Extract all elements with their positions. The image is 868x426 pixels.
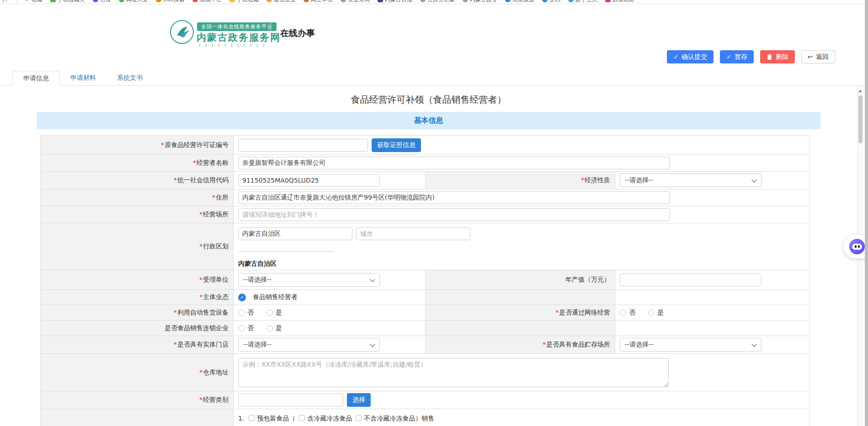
bookmark-item[interactable]: 文档 (542, 0, 560, 4)
row-accept-unit: 受理单位 --请选择-- 年产值（万元） (41, 270, 809, 290)
tab-system-documents[interactable]: 系统文书 (107, 71, 153, 86)
bookmark-favicon (192, 0, 198, 2)
bookmark-label: 数据制造 (612, 0, 634, 4)
bookmark-item[interactable]: 手机收藏 (229, 0, 259, 4)
economic-nature-select[interactable]: --请选择-- (620, 174, 761, 187)
scroll-up-arrow-icon[interactable] (858, 88, 862, 92)
tab-application-materials[interactable]: 申请材料 (60, 71, 107, 86)
bookmark-item[interactable]: ★收藏 (24, 0, 43, 4)
online-yes-radio[interactable] (648, 310, 655, 316)
bookmark-favicon (568, 0, 574, 2)
operator-name-input[interactable] (238, 157, 670, 169)
bookmark-item[interactable]: 游戏中心 (192, 0, 222, 4)
form-scrollbar-thumb[interactable] (858, 95, 863, 143)
confirm-submit-button[interactable]: ✓ 确认提交 (667, 50, 714, 63)
field-label-region: 行政区划 (199, 242, 229, 251)
header-divider (271, 22, 271, 42)
fetch-license-info-button[interactable]: 获取证照信息 (372, 138, 421, 152)
bookmark-favicon (463, 0, 468, 2)
bookmark-favicon (266, 0, 272, 2)
bookmark-favicon (156, 0, 161, 2)
online-no-radio[interactable] (620, 310, 626, 316)
bookmark-item[interactable]: 网上单位 (304, 0, 333, 4)
row-vending: 利用自动售货设备 否 是 是否通过网络经营 否 是 (41, 305, 809, 321)
region-city-input[interactable] (356, 227, 470, 240)
address-input[interactable] (238, 191, 670, 204)
bookmark-item[interactable]: 百度 (93, 0, 111, 4)
option-text: 预包装食品（ (257, 415, 295, 422)
bookmark-item[interactable]: 内蒙古政务 (463, 0, 497, 4)
bookmark-item[interactable]: 网址大全 (119, 0, 148, 4)
economic-nature-value: --请选择-- (625, 176, 653, 184)
accept-unit-select[interactable]: --请选择-- (238, 273, 380, 287)
bookmark-item[interactable]: 住房公积金 (420, 0, 455, 4)
region-province-input[interactable] (238, 227, 352, 240)
tab-application-info[interactable]: 申请信息 (12, 71, 60, 86)
confirm-submit-label: 确认提交 (682, 53, 707, 61)
row-license-no: 原食品经营许可证编号 获取证照信息 (41, 136, 809, 155)
bookmark-item[interactable]: 微信立业 (266, 0, 296, 4)
browser-scrollbar[interactable] (865, 0, 868, 426)
store-select-value: --请选择-- (243, 341, 272, 349)
row-business-type: 主体业态 ✓ 食品销售经营者 (41, 290, 809, 305)
region-divider (238, 251, 334, 252)
assistant-floating-button[interactable] (843, 235, 868, 258)
storage-select-value: --请选择-- (625, 341, 653, 349)
radio-yes-label: 是 (276, 309, 282, 317)
bookmark-label: 网上单位 (311, 0, 333, 4)
row-operator-name: 经营者名称 (41, 155, 809, 172)
region-selected-text: 内蒙古自治区 (238, 260, 277, 268)
field-label-storage: 是否具有食品贮存场所 (543, 341, 610, 349)
vending-yes-radio[interactable] (266, 310, 273, 316)
bookmark-item[interactable]: 手机收藏夹 (50, 0, 85, 4)
bookmark-item[interactable]: 360搜索 (156, 0, 185, 4)
vending-no-radio[interactable] (238, 310, 245, 316)
field-label-store: 是否具有实体门店 (174, 341, 229, 349)
site-header: 全国一体化在线政务服务平台 内蒙古政务服务网 在线办事 (0, 5, 865, 50)
field-label-operator-name: 经营者名称 (193, 159, 229, 167)
bookmark-item[interactable]: 数据制造 (605, 0, 634, 4)
bookmark-label: 手机收藏夹 (58, 0, 85, 4)
bookmark-item[interactable]: 新手上人 (568, 0, 597, 4)
category-input[interactable] (238, 394, 343, 406)
bookmark-favicon (119, 0, 124, 2)
category-select-button[interactable]: 选择 (347, 393, 371, 407)
bookmark-item[interactable]: 浏览设置 (505, 0, 534, 4)
row-address: 住所 (41, 189, 809, 206)
field-label-annual-value: 年产值（万元） (565, 276, 610, 284)
chain-no-radio[interactable] (238, 325, 245, 331)
bookmark-item[interactable]: 内蒙古日报 (378, 0, 412, 4)
check-circle-icon[interactable]: ✓ (238, 294, 246, 301)
chain-yes-radio[interactable] (266, 325, 273, 331)
field-label-warehouse: 仓库地址 (199, 368, 229, 377)
field-label-credit-code: 统一社会信用代码 (174, 176, 229, 184)
license-no-input[interactable] (238, 139, 368, 152)
annual-value-input[interactable] (620, 273, 761, 286)
line-number: 1. (238, 415, 244, 422)
back-button[interactable]: ↩ 返回 (801, 50, 835, 63)
row-region: 行政区划 内蒙古自治区 (41, 223, 809, 270)
warehouse-textarea[interactable] (238, 358, 669, 387)
bookmark-favicon (542, 0, 548, 2)
chevron-down-icon (751, 342, 756, 347)
field-label-chain: 是否食品销售连锁企业 (165, 324, 229, 332)
browser-fragment: 17 (2, 0, 8, 3)
store-select[interactable]: --请选择-- (238, 338, 380, 352)
bookmark-label: 浏览设置 (512, 0, 534, 4)
bookmark-favicon (505, 0, 511, 2)
with-cold-chain-checkbox[interactable] (299, 415, 305, 421)
form-title: 食品经营许可补领（食品销售经营者） (37, 94, 820, 106)
prepackaged-food-checkbox[interactable] (249, 415, 255, 421)
row-store: 是否具有实体门店 --请选择-- 是否具有食品贮存场所 --请选择-- (41, 336, 809, 354)
save-draft-button[interactable]: ✓ 暂存 (720, 50, 754, 63)
without-cold-chain-checkbox[interactable] (356, 415, 362, 421)
row-category: 经营类别 选择 (41, 391, 809, 409)
trash-icon (767, 54, 772, 60)
delete-button[interactable]: 删除 (760, 50, 795, 63)
credit-code-input[interactable] (238, 174, 380, 187)
storage-select[interactable]: --请选择-- (620, 338, 761, 352)
premises-input[interactable] (238, 208, 670, 221)
bookmark-label: 360搜索 (163, 0, 185, 4)
bookmark-item[interactable]: 企业查询 (341, 0, 370, 4)
category-line-1: 1.预包装食品（含冷藏冷冻食品不含冷藏冷冻食品）销售 (238, 414, 595, 423)
